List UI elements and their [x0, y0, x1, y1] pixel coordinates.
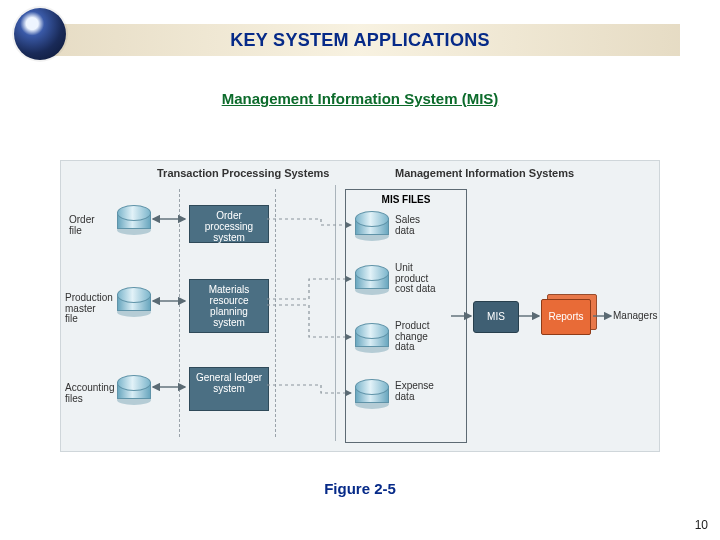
input-label: Production master file — [65, 293, 113, 325]
input-label: Order file — [69, 215, 95, 236]
page-number: 10 — [695, 518, 708, 532]
cylinder-icon — [117, 287, 151, 315]
misfile-label: Sales data — [395, 215, 420, 236]
dashed-line — [179, 189, 180, 437]
cylinder-icon — [117, 205, 151, 233]
slide-subtitle: Management Information System (MIS) — [0, 90, 720, 107]
misfile-label: Unit product cost data — [395, 263, 436, 295]
managers-label: Managers — [613, 311, 657, 322]
section-label-mis: Management Information Systems — [395, 167, 574, 179]
figure-caption: Figure 2-5 — [0, 480, 720, 497]
processing-box: Materials resource planning system — [189, 279, 269, 333]
cylinder-icon — [355, 265, 389, 293]
input-label: Accounting files — [65, 383, 114, 404]
divider-line — [335, 185, 336, 441]
slide-header: KEY SYSTEM APPLICATIONS — [0, 0, 720, 66]
reports-stack: Reports — [541, 299, 597, 337]
misfile-label: Product change data — [395, 321, 429, 353]
report-label: Reports — [541, 299, 591, 335]
cylinder-icon — [355, 211, 389, 239]
mis-box: MIS — [473, 301, 519, 333]
processing-box: General ledger system — [189, 367, 269, 411]
cylinder-icon — [355, 323, 389, 351]
cylinder-icon — [355, 379, 389, 407]
cylinder-icon — [117, 375, 151, 403]
slide-title: KEY SYSTEM APPLICATIONS — [0, 30, 720, 51]
dashed-line — [275, 189, 276, 437]
misfiles-title: MIS FILES — [354, 194, 458, 205]
misfile-label: Expense data — [395, 381, 434, 402]
mis-diagram: Transaction Processing Systems Managemen… — [60, 160, 660, 452]
section-label-tps: Transaction Processing Systems — [157, 167, 329, 179]
processing-box: Order processing system — [189, 205, 269, 243]
